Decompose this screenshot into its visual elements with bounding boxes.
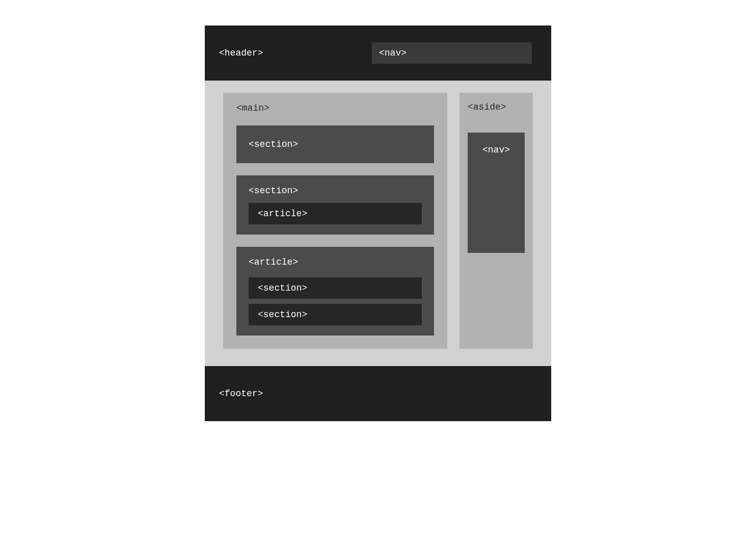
main-label: <main> bbox=[236, 103, 434, 113]
aside-label: <aside> bbox=[468, 102, 525, 112]
aside-nav-label: <nav> bbox=[482, 145, 510, 155]
section-block-1-label: <section> bbox=[249, 139, 298, 149]
aside-nav-region: <nav> bbox=[468, 133, 525, 253]
section-block-1: <section> bbox=[236, 125, 434, 163]
aside-region: <aside> <nav> bbox=[460, 93, 533, 349]
article-block-3-section-1-label: <section> bbox=[258, 283, 307, 293]
main-region: <main> <section> <section> <article> <ar… bbox=[223, 93, 447, 349]
content-region: <main> <section> <section> <article> <ar… bbox=[205, 81, 551, 366]
article-block-3-section-1: <section> bbox=[249, 277, 422, 299]
header-nav-region: <nav> bbox=[372, 42, 532, 64]
section-block-2-label: <section> bbox=[249, 186, 298, 196]
article-block-3-section-2-label: <section> bbox=[258, 309, 307, 320]
article-block-3-label: <article> bbox=[249, 257, 298, 267]
section-block-2-article-label: <article> bbox=[258, 209, 307, 219]
html-layout-diagram: <header> <nav> <main> <section> <section… bbox=[205, 25, 551, 421]
header-label: <header> bbox=[219, 48, 362, 58]
footer-label: <footer> bbox=[219, 389, 263, 399]
article-block-3-section-2: <section> bbox=[249, 304, 422, 325]
header-region: <header> <nav> bbox=[205, 25, 551, 81]
footer-region: <footer> bbox=[205, 366, 551, 421]
section-block-2: <section> <article> bbox=[236, 175, 434, 235]
article-block-3: <article> <section> <section> bbox=[236, 247, 434, 335]
section-block-2-article: <article> bbox=[249, 203, 422, 224]
header-nav-label: <nav> bbox=[379, 48, 407, 58]
